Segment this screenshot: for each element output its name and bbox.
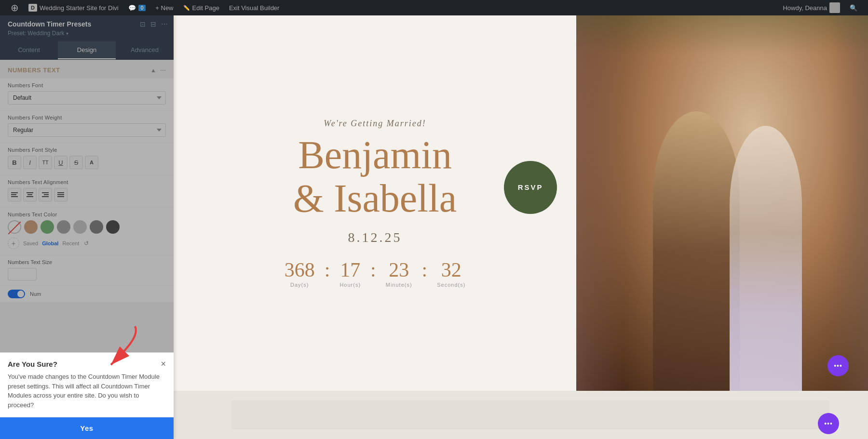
left-panel: Countdown Timer Presets Preset: Wedding …	[0, 15, 174, 439]
bottom-more-icon: •••	[824, 420, 833, 427]
wedding-names: Benjamin & Isabella	[293, 133, 457, 220]
dialog-overlay: Are You Sure? × You've made changes to t…	[0, 15, 174, 439]
wedding-right: •••	[576, 15, 868, 391]
rsvp-button[interactable]: RSVP	[504, 161, 557, 214]
bottom-strip: •••	[174, 391, 868, 439]
howdy-label: Howdy, Deanna	[783, 4, 827, 12]
visual-builder-item[interactable]: Exit Visual Builder	[224, 0, 285, 15]
bottom-element	[231, 400, 829, 429]
rsvp-label: RSVP	[518, 183, 543, 191]
comments-item[interactable]: 💬 0	[123, 0, 151, 15]
seconds-number: 32	[437, 260, 465, 280]
minutes-label: Minute(s)	[386, 282, 412, 288]
dialog-title: Are You Sure?	[8, 360, 57, 368]
minutes-number: 23	[386, 260, 412, 280]
trees-top	[576, 15, 868, 54]
countdown-hours: 17 Hour(s)	[330, 260, 370, 288]
wedding-date: 8.12.25	[348, 230, 402, 245]
dialog-yes-btn[interactable]: Yes	[0, 417, 174, 439]
edit-page-item[interactable]: ✏️ Edit Page	[178, 0, 224, 15]
dialog-box: Are You Sure? × You've made changes to t…	[0, 352, 174, 439]
search-icon: 🔍	[850, 4, 857, 12]
sep-2: :	[370, 260, 376, 280]
countdown-seconds: 32 Second(s)	[427, 260, 475, 288]
comment-icon: 💬	[128, 4, 136, 12]
bottom-more-btn[interactable]: •••	[818, 413, 839, 434]
name-line1: Benjamin	[293, 133, 457, 177]
days-number: 368	[285, 260, 315, 280]
new-label: + New	[155, 4, 173, 12]
wedding-subtitle: We're Getting Married!	[324, 119, 426, 129]
wp-icon: ⊕	[11, 2, 19, 13]
divi-icon: D	[28, 4, 37, 12]
street-right	[829, 15, 868, 391]
search-item[interactable]: 🔍	[845, 0, 862, 15]
main-layout: Countdown Timer Presets Preset: Wedding …	[0, 15, 868, 439]
right-content: We're Getting Married! Benjamin & Isabel…	[174, 15, 868, 439]
sep-3: :	[422, 260, 428, 280]
new-item[interactable]: + New	[150, 0, 178, 15]
street-left	[576, 15, 624, 391]
countdown-row: 368 Day(s) : 17 Hour(s) : 23 Minute(s) :	[275, 260, 475, 288]
visual-builder-label: Exit Visual Builder	[229, 4, 280, 12]
days-label: Day(s)	[285, 282, 315, 288]
wp-logo[interactable]: ⊕	[6, 0, 24, 15]
site-name-label: Wedding Starter Site for Divi	[40, 4, 119, 12]
edit-icon: ✏️	[183, 5, 190, 11]
avatar	[829, 2, 840, 13]
wedding-page: We're Getting Married! Benjamin & Isabel…	[174, 15, 868, 391]
hours-number: 17	[339, 260, 361, 280]
hours-label: Hour(s)	[339, 282, 361, 288]
countdown-minutes: 23 Minute(s)	[376, 260, 422, 288]
wedding-left: We're Getting Married! Benjamin & Isabel…	[174, 15, 576, 391]
countdown-days: 368 Day(s)	[275, 260, 325, 288]
more-dots-icon: •••	[834, 362, 842, 370]
comment-count: 0	[138, 5, 146, 11]
dialog-close-btn[interactable]: ×	[161, 359, 166, 368]
name-line2: & Isabella	[293, 177, 457, 220]
wedding-photo	[576, 15, 868, 391]
site-name-item[interactable]: D Wedding Starter Site for Divi	[24, 0, 123, 15]
admin-bar-right: Howdy, Deanna 🔍	[778, 0, 862, 15]
howdy-item[interactable]: Howdy, Deanna	[778, 0, 845, 15]
edit-page-label: Edit Page	[192, 4, 219, 12]
seconds-label: Second(s)	[437, 282, 465, 288]
dialog-body: You've made changes to the Countdown Tim…	[0, 372, 174, 417]
more-options-btn[interactable]: •••	[827, 355, 849, 376]
sep-1: :	[325, 260, 330, 280]
wp-admin-bar: ⊕ D Wedding Starter Site for Divi 💬 0 + …	[0, 0, 868, 15]
dialog-header: Are You Sure? ×	[0, 353, 174, 372]
